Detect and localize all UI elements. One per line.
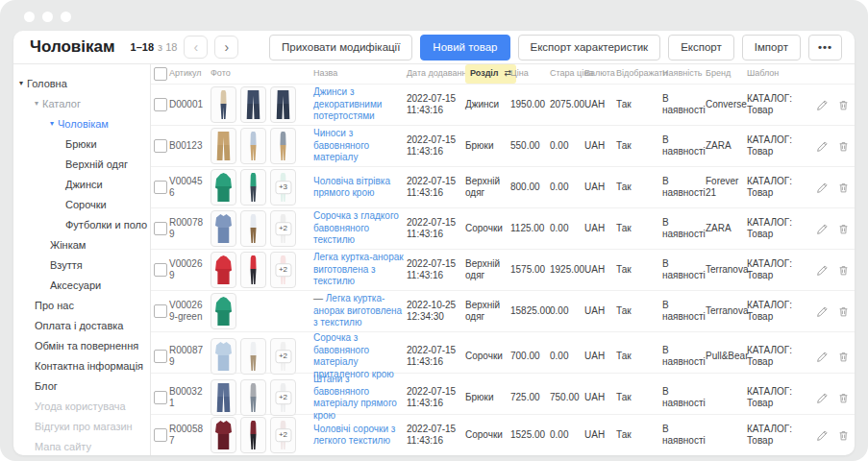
- product-photo-thumbnail[interactable]: +3: [270, 169, 296, 206]
- product-photo-thumbnail[interactable]: +2: [270, 210, 296, 247]
- window-close-dot[interactable]: [24, 12, 35, 22]
- product-photo-thumbnail[interactable]: [211, 293, 236, 329]
- row-checkbox[interactable]: [154, 181, 167, 194]
- sidebar-item[interactable]: Про нас: [13, 295, 150, 315]
- sidebar-item[interactable]: Угода користувача: [13, 396, 150, 416]
- column-header[interactable]: Наявність: [662, 68, 706, 79]
- delete-button[interactable]: [837, 99, 850, 111]
- product-name-link[interactable]: Легка куртка-анорак виготовлена з тексти…: [313, 252, 404, 286]
- edit-button[interactable]: [816, 264, 829, 277]
- product-photo-thumbnail[interactable]: [240, 379, 266, 416]
- prev-page-button[interactable]: ‹: [184, 36, 208, 59]
- new-product-button[interactable]: Новий товар: [420, 35, 509, 61]
- export-button[interactable]: Експорт: [668, 35, 734, 61]
- product-name-link[interactable]: Сорочка з гладкого бавовняного текстилю: [313, 210, 399, 245]
- delete-button[interactable]: [837, 351, 850, 363]
- product-photo-thumbnail[interactable]: +2: [270, 379, 296, 416]
- edit-button[interactable]: [816, 351, 829, 363]
- row-checkbox[interactable]: [154, 139, 167, 153]
- sidebar-item[interactable]: Жінкам: [13, 234, 150, 255]
- column-header[interactable]: Бренд: [706, 68, 747, 79]
- sidebar-item[interactable]: Верхній одяг: [13, 154, 150, 174]
- delete-button[interactable]: [837, 140, 850, 153]
- sidebar-item[interactable]: Аксесуари: [13, 275, 150, 295]
- window-maximize-dot[interactable]: [61, 12, 71, 22]
- product-name-link[interactable]: Штани з бавовняного матеріалу прямого кр…: [313, 374, 397, 421]
- column-header[interactable]: Відображати: [616, 68, 662, 79]
- edit-button[interactable]: [816, 182, 829, 194]
- next-page-button[interactable]: ›: [214, 36, 238, 59]
- sidebar-item[interactable]: Взуття: [13, 255, 150, 275]
- sidebar-item[interactable]: Блог: [13, 376, 150, 396]
- sidebar-item[interactable]: Оплата і доставка: [13, 315, 150, 335]
- product-name-link[interactable]: Джинси з декоративними потертостями: [313, 86, 382, 121]
- product-photo-thumbnail[interactable]: [211, 210, 236, 247]
- product-photo-thumbnail[interactable]: [211, 128, 236, 164]
- product-photo-thumbnail[interactable]: [211, 252, 236, 288]
- product-photo-thumbnail[interactable]: [270, 128, 296, 164]
- edit-button[interactable]: [816, 140, 829, 153]
- column-header[interactable]: Фото: [211, 68, 313, 79]
- product-photo-thumbnail[interactable]: +2: [270, 252, 296, 288]
- product-photo-thumbnail[interactable]: [211, 379, 236, 416]
- sidebar-item[interactable]: Футболки и поло: [13, 214, 150, 234]
- column-header[interactable]: Назва: [313, 68, 407, 79]
- product-photo-thumbnail[interactable]: [240, 417, 266, 453]
- product-name-link[interactable]: Сорочка з бавовняного матеріалу притален…: [313, 332, 394, 379]
- product-photo-thumbnail[interactable]: [240, 338, 266, 375]
- edit-button[interactable]: [816, 99, 829, 111]
- row-checkbox[interactable]: [154, 263, 167, 277]
- product-photo-thumbnail[interactable]: +2: [270, 338, 296, 375]
- delete-button[interactable]: [837, 264, 850, 277]
- column-header[interactable]: Шаблон: [747, 68, 816, 79]
- select-all-checkbox[interactable]: [154, 67, 167, 81]
- product-photo-thumbnail[interactable]: [240, 252, 266, 288]
- delete-button[interactable]: [837, 223, 850, 235]
- hide-modifications-button[interactable]: Приховати модифікації: [269, 35, 412, 61]
- product-photo-thumbnail[interactable]: [240, 169, 266, 206]
- product-photo-thumbnail[interactable]: [211, 417, 236, 453]
- import-button[interactable]: Імпорт: [742, 35, 801, 61]
- product-name-link[interactable]: Чоловічі сорочки з легкого текстилю: [313, 424, 395, 447]
- sidebar-item[interactable]: Сорочки: [13, 194, 150, 214]
- row-checkbox[interactable]: [154, 98, 167, 111]
- row-checkbox[interactable]: [154, 350, 167, 363]
- column-header[interactable]: Валюта: [584, 68, 616, 79]
- product-photo-thumbnail[interactable]: [211, 169, 236, 206]
- product-photo-thumbnail[interactable]: [211, 338, 236, 375]
- product-photo-thumbnail[interactable]: [211, 86, 236, 123]
- column-header[interactable]: Артикул: [169, 68, 211, 79]
- product-photo-thumbnail[interactable]: +2: [270, 417, 296, 453]
- row-checkbox[interactable]: [154, 391, 167, 404]
- product-photo-thumbnail[interactable]: [240, 210, 266, 247]
- product-name-link[interactable]: Чоловіча вітрівка прямого крою: [313, 176, 390, 199]
- delete-button[interactable]: [837, 182, 850, 194]
- sidebar-item[interactable]: ▾Каталог: [13, 93, 150, 113]
- edit-button[interactable]: [816, 305, 829, 318]
- product-photo-thumbnail[interactable]: [240, 128, 266, 164]
- sidebar-item[interactable]: Обмін та повернення: [13, 335, 150, 355]
- row-checkbox[interactable]: [154, 304, 167, 318]
- product-photo-thumbnail[interactable]: [270, 86, 296, 123]
- edit-button[interactable]: [816, 223, 829, 235]
- product-name-link[interactable]: Легка куртка-анорак виготовлена з тексти…: [313, 293, 402, 328]
- product-photo-thumbnail[interactable]: [240, 86, 266, 123]
- column-header[interactable]: Дата додавання: [407, 68, 465, 79]
- column-header[interactable]: Розділ⇄: [465, 64, 510, 83]
- delete-button[interactable]: [837, 429, 850, 442]
- window-minimize-dot[interactable]: [42, 12, 53, 22]
- export-characteristics-button[interactable]: Експорт характеристик: [518, 35, 661, 61]
- column-header[interactable]: Стара ціна: [550, 68, 584, 79]
- delete-button[interactable]: [837, 392, 850, 404]
- delete-button[interactable]: [837, 305, 850, 318]
- more-button[interactable]: •••: [808, 35, 842, 61]
- sidebar-item[interactable]: Джинси: [13, 174, 150, 194]
- sidebar-item[interactable]: Контактна інформація: [13, 355, 150, 376]
- sidebar-item[interactable]: Брюки: [13, 133, 150, 154]
- sidebar-item[interactable]: Відгуки про магазин: [13, 416, 150, 436]
- edit-button[interactable]: [816, 429, 829, 442]
- sidebar-item[interactable]: ▾Головна: [13, 73, 150, 93]
- row-checkbox[interactable]: [154, 222, 167, 235]
- product-name-link[interactable]: Чиноси з бавовняного матеріалу: [313, 128, 369, 162]
- sidebar-item[interactable]: ▾Чоловікам: [13, 113, 150, 133]
